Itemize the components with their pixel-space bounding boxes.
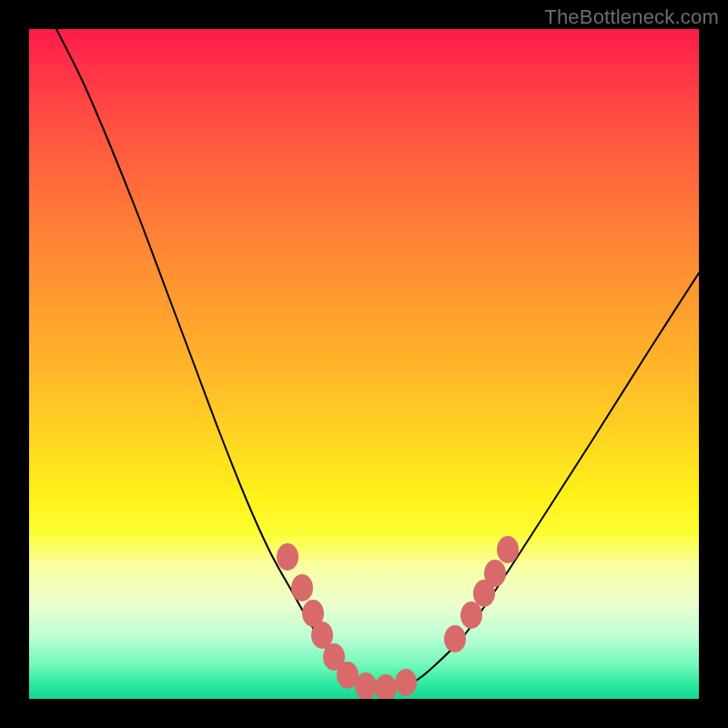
bottleneck-curve: [56, 29, 699, 692]
highlight-dot: [484, 560, 506, 587]
watermark-text: TheBottleneck.com: [544, 5, 719, 29]
highlight-dot: [444, 625, 466, 652]
plot-area: [29, 29, 699, 699]
highlight-dot: [355, 672, 377, 699]
highlight-markers: [277, 536, 519, 699]
highlight-dot: [497, 536, 519, 563]
highlight-dot: [375, 674, 397, 699]
highlight-dot: [291, 574, 313, 602]
curve-layer: [56, 29, 699, 692]
outer-black-frame: TheBottleneck.com: [0, 0, 728, 728]
highlight-dot: [395, 669, 417, 696]
highlight-dot: [277, 543, 298, 571]
chart-svg: [29, 29, 699, 699]
highlight-dot: [460, 602, 482, 629]
